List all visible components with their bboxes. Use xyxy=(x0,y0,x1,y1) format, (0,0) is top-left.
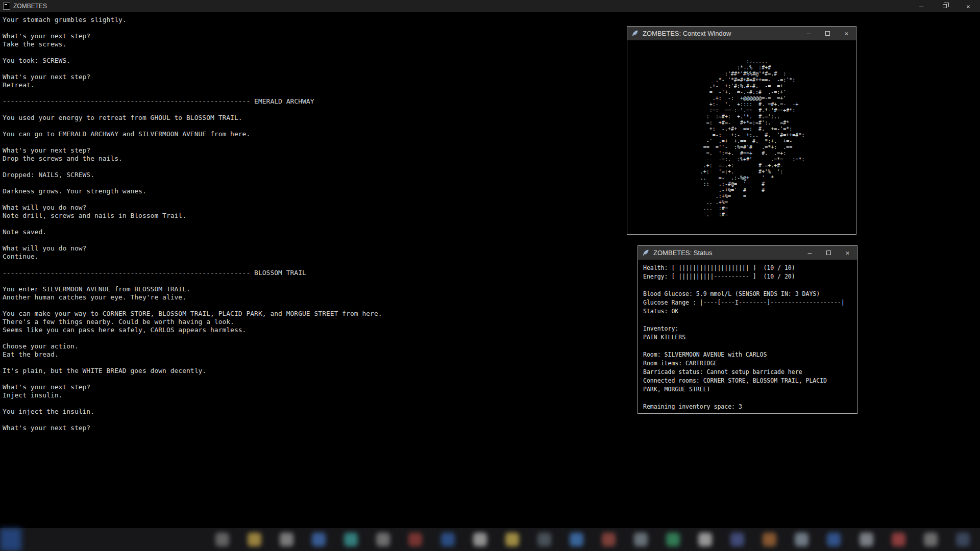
context-window-body: :...... :*-.% :#+# :'##*'#%%#@'*#=.# : .… xyxy=(627,40,856,235)
start-button[interactable] xyxy=(0,528,21,551)
status-window: ZOMBETES: Status – × Health: [ |||||||||… xyxy=(638,245,857,414)
status-window-body: Health: [ |||||||||||||||||||| ] (10 / 1… xyxy=(638,260,857,414)
taskbar-icon[interactable] xyxy=(763,533,776,546)
feather-icon xyxy=(631,30,639,37)
taskbar-icon[interactable] xyxy=(312,533,326,546)
taskbar-icon[interactable] xyxy=(473,533,487,546)
taskbar-icon[interactable] xyxy=(537,533,551,546)
taskbar-icon[interactable] xyxy=(730,533,744,546)
context-window: ZOMBETES: Context Window – × :...... :*-… xyxy=(627,26,856,235)
status-window-controls: – × xyxy=(800,246,857,260)
taskbar-icon[interactable] xyxy=(860,533,873,546)
taskbar-icon[interactable] xyxy=(827,533,841,546)
taskbar-icon[interactable] xyxy=(344,533,358,546)
context-window-controls: – × xyxy=(799,27,856,40)
taskbar-icon[interactable] xyxy=(634,533,648,546)
taskbar-icon[interactable] xyxy=(376,533,390,546)
restore-icon xyxy=(943,4,947,8)
taskbar-icon[interactable] xyxy=(956,533,970,546)
ascii-art: :...... :*-.% :#+# :'##*'#%%#@'*#=.# : .… xyxy=(679,59,805,235)
taskbar-icons xyxy=(215,533,970,546)
status-window-title: ZOMBETES: Status xyxy=(653,249,713,257)
taskbar-icon[interactable] xyxy=(892,533,905,546)
taskbar-icon[interactable] xyxy=(570,533,583,546)
status-window-titlebar[interactable]: ZOMBETES: Status – × xyxy=(638,246,857,260)
feather-icon xyxy=(642,249,650,257)
maximize-icon xyxy=(826,251,831,255)
taskbar-icon[interactable] xyxy=(280,533,293,546)
close-button[interactable]: × xyxy=(837,27,856,40)
taskbar-icon[interactable] xyxy=(505,533,519,546)
maximize-button[interactable] xyxy=(818,27,837,40)
context-window-titlebar[interactable]: ZOMBETES: Context Window – × xyxy=(627,27,856,40)
main-window-title: ZOMBETES xyxy=(13,3,47,10)
taskbar-icon[interactable] xyxy=(924,533,938,546)
maximize-icon xyxy=(825,31,830,36)
close-button[interactable]: × xyxy=(838,246,857,260)
console-app-icon xyxy=(3,3,10,10)
taskbar-icon[interactable] xyxy=(215,533,229,546)
context-window-title: ZOMBETES: Context Window xyxy=(643,30,731,37)
main-titlebar[interactable]: ZOMBETES – × xyxy=(0,0,980,12)
taskbar-icon[interactable] xyxy=(795,533,808,546)
taskbar-icon[interactable] xyxy=(602,533,616,546)
taskbar xyxy=(0,528,980,551)
minimize-button[interactable]: – xyxy=(799,27,818,40)
minimize-button[interactable]: – xyxy=(800,246,819,260)
close-button[interactable]: × xyxy=(957,0,980,12)
restore-button[interactable] xyxy=(933,0,957,12)
minimize-button[interactable]: – xyxy=(910,0,933,12)
maximize-button[interactable] xyxy=(819,246,838,260)
taskbar-icon[interactable] xyxy=(408,533,422,546)
status-readout: Health: [ |||||||||||||||||||| ] (10 / 1… xyxy=(638,260,857,414)
taskbar-icon[interactable] xyxy=(698,533,712,546)
taskbar-icon[interactable] xyxy=(666,533,680,546)
main-window-controls: – × xyxy=(910,0,980,12)
taskbar-icon[interactable] xyxy=(441,533,455,546)
taskbar-icon[interactable] xyxy=(248,533,261,546)
